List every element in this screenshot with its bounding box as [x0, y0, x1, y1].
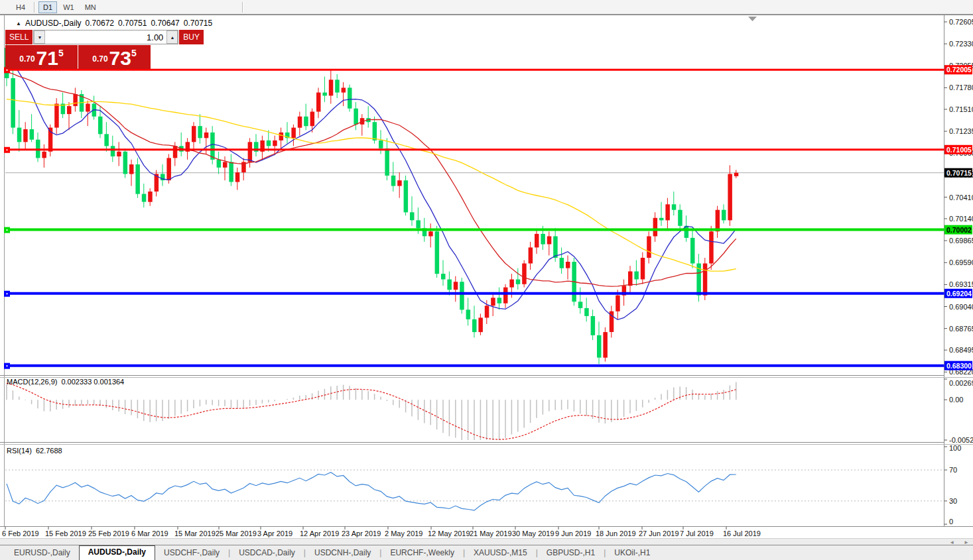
tab-eurchf-weekly[interactable]: EURCHF-,Weekly — [381, 546, 462, 560]
candle-body — [316, 93, 321, 112]
buy-button[interactable]: BUY — [179, 30, 204, 44]
candle-body — [678, 210, 682, 226]
price-axis-tick: 0.69590 — [949, 258, 973, 266]
price-axis-tick: 0.69865 — [949, 237, 973, 245]
candle-body — [23, 129, 28, 142]
candle-body — [553, 237, 558, 258]
macd-axis-tick: 0.002694 — [949, 379, 973, 387]
candle-body — [435, 231, 440, 274]
candle-body — [547, 237, 552, 245]
candle-body — [628, 272, 633, 286]
timeframe-toolbar: H4D1W1MN — [0, 0, 973, 15]
volume-input[interactable] — [45, 30, 166, 44]
price-axis-tick: 0.72605 — [949, 18, 973, 26]
candle-body — [478, 317, 483, 332]
svg-text:0.69204: 0.69204 — [946, 290, 972, 298]
candle-body — [298, 117, 302, 128]
candle-body — [472, 319, 477, 332]
candle-body — [591, 316, 596, 335]
tab-usdcnh-daily[interactable]: USDCNH-,Daily — [306, 546, 379, 560]
date-label: 6 Mar 2019 — [131, 530, 168, 537]
date-label: 15 Mar 2019 — [174, 530, 216, 537]
rsi-axis-tick: 30 — [949, 497, 957, 505]
candle-body — [441, 274, 446, 279]
price-axis-tick: 0.69040 — [949, 303, 973, 311]
candle-body — [509, 280, 514, 288]
tab-usdchf-daily[interactable]: USDCHF-,Daily — [155, 546, 228, 560]
rsi-axis-tick: 0 — [949, 518, 953, 526]
date-label: 2 May 2019 — [385, 530, 422, 537]
candle-body — [86, 104, 90, 112]
candle-body — [348, 87, 352, 108]
trading-terminal-window: H4D1W1MN 0.726050.723300.720550.717800.7… — [0, 0, 973, 560]
toolbar-separator — [242, 2, 243, 13]
tab-audusd-daily[interactable]: AUDUSD-,Daily — [79, 545, 155, 560]
candle-body — [722, 210, 726, 221]
candle-body — [229, 162, 233, 182]
volume-increase-button[interactable]: ▲ — [166, 30, 178, 44]
candle-body — [198, 126, 202, 138]
timeframe-button-w1[interactable]: W1 — [58, 1, 79, 13]
candle-body — [584, 308, 589, 316]
macd-axis-tick: 0.00 — [949, 396, 963, 404]
timeframe-button-mn[interactable]: MN — [80, 1, 101, 13]
candle-body — [73, 94, 78, 106]
horizontal-scrollbar[interactable]: ◄ ► — [0, 538, 973, 545]
macd-indicator-label: MACD(12,26,9) 0.002333 0.001364 — [7, 378, 124, 386]
sell-price[interactable]: 0.70 71 5 — [5, 45, 78, 69]
tab-xauusd-m15[interactable]: XAUUSD-,M15 — [465, 546, 536, 560]
chart-plot[interactable]: 0.726050.723300.720550.717800.715100.712… — [0, 15, 973, 538]
svg-text:0.70715: 0.70715 — [946, 169, 972, 177]
candle-body — [142, 194, 147, 202]
tab-eurusd-daily[interactable]: EURUSD-,Daily — [5, 546, 79, 560]
candle-body — [672, 204, 677, 209]
volume-decrease-button[interactable]: ▼ — [34, 30, 45, 44]
price-axis-tick: 0.70410 — [949, 194, 973, 201]
candle-body — [428, 231, 433, 236]
candle-body — [354, 109, 358, 125]
timeframe-button-h4[interactable]: H4 — [11, 1, 30, 13]
candle-body — [310, 112, 315, 127]
candle-body — [716, 210, 720, 232]
candle-body — [616, 296, 620, 311]
tab-usdcad-daily[interactable]: USDCAD-,Daily — [230, 546, 304, 560]
collapse-triangle-icon[interactable]: ▲ — [16, 21, 21, 27]
candle-body — [235, 172, 240, 182]
candle-body — [491, 298, 495, 306]
candle-body — [460, 282, 464, 309]
candle-body — [634, 272, 639, 280]
svg-text:0.68300: 0.68300 — [946, 362, 972, 370]
volume-box: ▼ ▲ — [33, 30, 178, 44]
candle-body — [466, 309, 471, 319]
chart-background — [0, 15, 973, 538]
price-axis-tick: 0.68765 — [949, 325, 973, 333]
macd-name: MACD(12,26,9) — [7, 378, 57, 386]
candle-body — [578, 302, 583, 308]
tab-ukoil-h1[interactable]: UKOil-,H1 — [606, 546, 659, 560]
timeframe-button-d1[interactable]: D1 — [38, 1, 57, 13]
candle-body — [342, 87, 346, 92]
date-label: 23 Apr 2019 — [342, 530, 381, 537]
candle-body — [709, 231, 714, 263]
price-axis-tick: 0.71510 — [949, 105, 973, 113]
tab-gbpusd-h1[interactable]: GBPUSD-,H1 — [538, 546, 604, 560]
price-axis-tick: 0.70140 — [949, 215, 973, 223]
candle-body — [597, 335, 602, 358]
candle-body — [273, 140, 277, 146]
candle-body — [173, 146, 178, 158]
buy-price[interactable]: 0.70 73 5 — [78, 45, 151, 69]
sell-price-pip: 5 — [58, 48, 64, 58]
candle-body — [291, 128, 296, 139]
candle-body — [690, 238, 695, 264]
candle-body — [210, 133, 215, 160]
candle-body — [129, 164, 134, 174]
candle-body — [447, 280, 452, 290]
candle-body — [541, 234, 545, 245]
candle-body — [223, 162, 227, 167]
date-label: 16 Jul 2019 — [723, 530, 761, 537]
candle-body — [659, 218, 664, 221]
candle-body — [641, 258, 645, 280]
candle-body — [166, 158, 171, 180]
sell-button[interactable]: SELL — [5, 30, 32, 44]
ohlc-close: 0.70715 — [184, 19, 212, 28]
